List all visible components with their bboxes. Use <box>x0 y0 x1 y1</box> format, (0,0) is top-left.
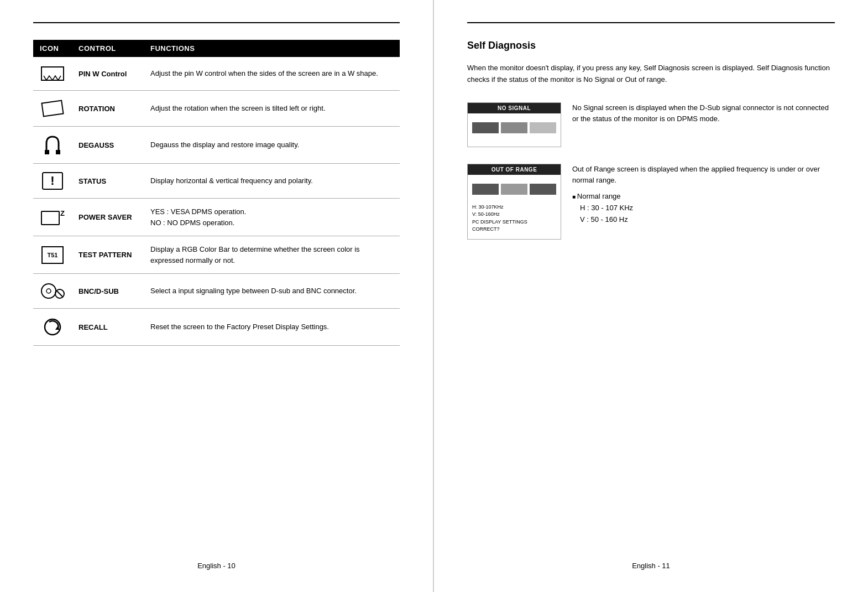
normal-range-sub-list: H : 30 - 107 KHz V : 50 - 160 Hz <box>572 202 835 226</box>
control-label-pinw: PIN W Control <box>72 57 144 91</box>
control-label-bnc: BNC/D-SUB <box>72 274 144 309</box>
table-row: BNC/D-SUB Select a input signaling type … <box>33 274 400 309</box>
svg-point-11 <box>46 289 51 293</box>
screen-text-pc: PC DISPLAY SETTINGS <box>472 219 556 226</box>
table-row: PIN W Control Adjust the pin W control w… <box>33 57 400 91</box>
svg-rect-2 <box>45 150 49 154</box>
table-row: Z POWER SAVER YES : VESA DPMS operation.… <box>33 199 400 236</box>
left-page-footer: English - 10 <box>33 545 400 570</box>
top-border-right <box>467 22 835 23</box>
control-label-testpattern: TEST PATTERN <box>72 236 144 274</box>
right-page: Self Diagnosis When the monitor doesn't … <box>434 0 868 592</box>
degauss-icon <box>40 134 65 155</box>
table-row: ! STATUS Display horizontal & vertical f… <box>33 164 400 199</box>
functions-degauss: Degauss the display and restore image qu… <box>144 127 400 164</box>
no-signal-body <box>468 113 561 147</box>
out-of-range-header: OUT OF RANGE <box>468 164 561 175</box>
functions-status: Display horizontal & vertical frequency … <box>144 164 400 199</box>
no-signal-header: NO SIGNAL <box>468 103 561 113</box>
svg-text:T51: T51 <box>48 252 58 258</box>
signal-bar-1 <box>472 122 499 133</box>
out-of-range-bars <box>472 184 556 195</box>
out-bar-2 <box>501 184 527 195</box>
screen-text-correct: CORRECT? <box>472 226 556 233</box>
v-range: V : 50 - 160 Hz <box>580 214 835 226</box>
rotation-icon <box>40 98 65 118</box>
svg-marker-15 <box>55 326 60 330</box>
svg-rect-3 <box>56 150 60 154</box>
table-row: ROTATION Adjust the rotation when the sc… <box>33 91 400 127</box>
col-header-icon: ICON <box>33 40 72 57</box>
screen-text-h: H: 30-107KHz <box>472 204 556 211</box>
out-of-range-description: Out of Range screen is displayed when th… <box>572 164 835 226</box>
control-label-degauss: DEGAUSS <box>72 127 144 164</box>
self-diagnosis-title: Self Diagnosis <box>467 40 835 51</box>
svg-rect-1 <box>42 101 64 117</box>
no-signal-description: No Signal screen is displayed when the D… <box>572 102 835 126</box>
no-signal-screen: NO SIGNAL <box>467 102 561 147</box>
normal-range-list: Normal range <box>572 191 835 202</box>
top-border-left <box>33 22 400 23</box>
out-of-range-body: H: 30-107KHz V: 50-160Hz PC DISPLAY SETT… <box>468 175 561 239</box>
col-header-control: CONTROL <box>72 40 144 57</box>
pin-w-control-icon <box>40 65 65 82</box>
self-diagnosis-intro: When the monitor doesn't display, if you… <box>467 63 835 86</box>
functions-bnc: Select a input signaling type between D-… <box>144 274 400 309</box>
icon-table: ICON CONTROL FUNCTIONS <box>33 40 400 346</box>
svg-text:!: ! <box>50 174 54 188</box>
recall-icon <box>40 316 65 337</box>
control-label-status: STATUS <box>72 164 144 199</box>
control-label-powersaver: POWER SAVER <box>72 199 144 236</box>
right-page-footer: English - 11 <box>467 545 835 570</box>
functions-powersaver: YES : VESA DPMS operation. NO : NO DPMS … <box>144 199 400 236</box>
no-signal-section: NO SIGNAL No Signal screen is displayed … <box>467 102 835 147</box>
signal-bar-2 <box>501 122 527 133</box>
svg-rect-6 <box>41 211 59 225</box>
svg-text:Z: Z <box>60 209 65 217</box>
power-saver-icon: Z <box>40 208 65 227</box>
table-row: DEGAUSS Degauss the display and restore … <box>33 127 400 164</box>
status-icon: ! <box>40 172 65 190</box>
functions-recall: Reset the screen to the Factory Preset D… <box>144 309 400 346</box>
out-of-range-screen: OUT OF RANGE H: 30-107KHz V: 50-160Hz PC… <box>467 164 561 240</box>
signal-bar-3 <box>530 122 556 133</box>
out-bar-3 <box>530 184 556 195</box>
out-of-range-screen-text: H: 30-107KHz V: 50-160Hz PC DISPLAY SETT… <box>472 201 556 233</box>
functions-rotation: Adjust the rotation when the screen is t… <box>144 91 400 127</box>
left-page: ICON CONTROL FUNCTIONS <box>0 0 434 592</box>
h-range: H : 30 - 107 KHz <box>580 202 835 214</box>
table-row: T51 TEST PATTERN Display a RGB Color Bar… <box>33 236 400 274</box>
bnc-dsub-icon <box>40 282 65 300</box>
svg-line-13 <box>56 290 63 297</box>
functions-pinw: Adjust the pin W control when the sides … <box>144 57 400 91</box>
svg-point-10 <box>41 284 56 298</box>
screen-text-v: V: 50-160Hz <box>472 211 556 219</box>
test-pattern-icon: T51 <box>40 246 65 264</box>
table-row: RECALL Reset the screen to the Factory P… <box>33 309 400 346</box>
control-label-rotation: ROTATION <box>72 91 144 127</box>
out-of-range-section: OUT OF RANGE H: 30-107KHz V: 50-160Hz PC… <box>467 164 835 240</box>
no-signal-bars <box>472 122 556 133</box>
normal-range-item: Normal range <box>572 191 835 202</box>
control-label-recall: RECALL <box>72 309 144 346</box>
col-header-functions: FUNCTIONS <box>144 40 400 57</box>
functions-testpattern: Display a RGB Color Bar to determine whe… <box>144 236 400 274</box>
out-bar-1 <box>472 184 499 195</box>
